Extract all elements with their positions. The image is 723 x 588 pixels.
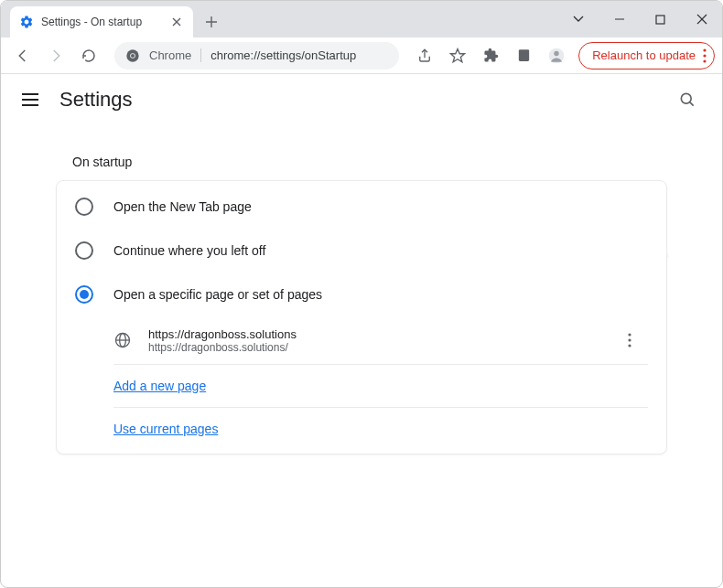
startup-page-url: https://dragonboss.solutions/ bbox=[148, 341, 599, 354]
menu-icon[interactable] bbox=[19, 89, 41, 111]
omnibox-url: chrome://settings/onStartup bbox=[210, 48, 356, 62]
new-tab-button[interactable] bbox=[199, 9, 224, 35]
option-continue[interactable]: Continue where you left off bbox=[57, 229, 666, 273]
svg-rect-5 bbox=[656, 16, 664, 24]
svg-point-10 bbox=[131, 54, 135, 58]
svg-rect-12 bbox=[519, 49, 529, 61]
reading-list-icon[interactable] bbox=[509, 41, 538, 70]
more-icon bbox=[703, 48, 707, 63]
search-icon[interactable] bbox=[671, 83, 704, 116]
extensions-icon[interactable] bbox=[476, 41, 505, 70]
page-texts: https://dragonboss.solutions https://dra… bbox=[148, 327, 599, 354]
option-specific-pages[interactable]: Open a specific page or set of pages bbox=[57, 273, 666, 316]
back-button[interactable] bbox=[8, 41, 38, 70]
svg-point-17 bbox=[703, 59, 706, 62]
relaunch-button[interactable]: Relaunch to update bbox=[578, 42, 715, 69]
svg-point-28 bbox=[628, 344, 631, 347]
profile-icon[interactable] bbox=[542, 41, 571, 70]
add-page-row: Add a new page bbox=[113, 365, 648, 407]
svg-line-22 bbox=[690, 102, 694, 106]
share-icon[interactable] bbox=[410, 41, 439, 70]
option-new-tab[interactable]: Open the New Tab page bbox=[57, 185, 666, 229]
startup-page-title: https://dragonboss.solutions bbox=[148, 327, 599, 341]
address-bar[interactable]: Chrome chrome://settings/onStartup bbox=[114, 42, 399, 69]
bookmark-icon[interactable] bbox=[443, 41, 472, 70]
row-more-icon[interactable] bbox=[615, 326, 644, 355]
startup-page-row: https://dragonboss.solutions https://dra… bbox=[113, 316, 648, 364]
svg-point-14 bbox=[555, 50, 559, 55]
globe-icon bbox=[113, 331, 132, 349]
settings-header: Settings bbox=[1, 74, 722, 125]
chevron-down-icon[interactable] bbox=[557, 1, 599, 37]
window-titlebar: Settings - On startup bbox=[1, 1, 722, 37]
section-title: On startup bbox=[72, 155, 651, 169]
svg-marker-11 bbox=[451, 48, 465, 61]
relaunch-label: Relaunch to update bbox=[592, 48, 696, 62]
svg-point-15 bbox=[703, 48, 706, 51]
radio-icon bbox=[75, 198, 93, 216]
radio-icon bbox=[75, 241, 93, 260]
svg-point-21 bbox=[681, 93, 691, 103]
reload-button[interactable] bbox=[74, 41, 103, 70]
settings-content: On startup Open the New Tab page Continu… bbox=[1, 125, 722, 473]
svg-point-27 bbox=[628, 338, 631, 341]
close-button[interactable] bbox=[681, 1, 722, 37]
radio-icon bbox=[75, 285, 93, 304]
forward-button[interactable] bbox=[41, 41, 70, 70]
browser-toolbar: Chrome chrome://settings/onStartup Relau… bbox=[1, 37, 722, 74]
minimize-button[interactable] bbox=[599, 1, 640, 37]
use-current-pages-link[interactable]: Use current pages bbox=[113, 422, 218, 436]
svg-point-16 bbox=[703, 54, 706, 57]
svg-point-26 bbox=[628, 333, 631, 336]
startup-pages: https://dragonboss.solutions https://dra… bbox=[57, 316, 666, 450]
close-icon[interactable] bbox=[169, 15, 184, 29]
option-label: Open a specific page or set of pages bbox=[113, 287, 322, 302]
window-controls bbox=[557, 1, 722, 37]
option-label: Continue where you left off bbox=[113, 243, 265, 258]
add-new-page-link[interactable]: Add a new page bbox=[113, 379, 206, 393]
option-label: Open the New Tab page bbox=[113, 199, 252, 214]
gear-icon bbox=[19, 15, 34, 29]
tab-title: Settings - On startup bbox=[41, 16, 162, 28]
startup-card: Open the New Tab page Continue where you… bbox=[56, 180, 667, 454]
use-current-row: Use current pages bbox=[113, 408, 648, 450]
chrome-icon bbox=[125, 48, 140, 63]
page-title: Settings bbox=[59, 88, 133, 112]
maximize-button[interactable] bbox=[640, 1, 681, 37]
omnibox-prefix: Chrome bbox=[149, 48, 201, 62]
browser-tab[interactable]: Settings - On startup bbox=[10, 6, 193, 37]
